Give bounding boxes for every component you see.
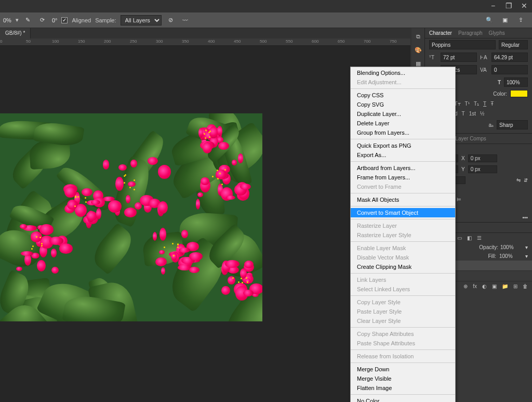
antialias-dropdown[interactable] [497,120,528,129]
pressure-icon[interactable]: 〰 [180,15,191,25]
restore-button[interactable]: ❐ [505,2,512,9]
filter-icon[interactable]: ☰ [477,235,482,241]
ignore-adjustment-icon[interactable]: ⊘ [166,15,176,25]
fx-icon[interactable]: fx [473,283,477,289]
ruler-mark: 550 [286,39,292,44]
menu-item: Disable Vector Mask [351,253,455,262]
link-icon[interactable]: ⊕ [463,283,468,289]
new-layer-icon[interactable]: ⊞ [513,283,517,289]
menu-item[interactable]: Blending Options... [351,68,455,77]
align-icon[interactable]: ⊨ [457,197,461,202]
aa-label: aₐ [488,122,494,128]
share-icon[interactable]: ⇪ [515,15,526,25]
ruler-mark: 150 [78,39,85,44]
angle-value[interactable]: 0° [52,17,58,23]
leading-field[interactable] [491,53,528,62]
ruler-mark: 650 [338,39,344,44]
image-canvas[interactable] [0,113,262,321]
underline-icon[interactable]: T [483,101,486,107]
ot-icon[interactable]: ½ [480,111,484,116]
mask-icon[interactable]: ◐ [482,283,487,289]
y-label: Y [461,166,465,172]
menu-item[interactable]: Delete Layer [351,119,455,128]
menu-item[interactable]: Merge Visible [351,374,455,383]
menu-item[interactable]: Copy CSS [351,90,455,100]
strikethrough-icon[interactable]: Ŧ [490,101,494,107]
filter-icon[interactable]: ▭ [457,235,462,241]
tracking-field[interactable] [491,65,528,74]
adjustment-icon[interactable]: ▣ [492,283,497,289]
tab-glyphs[interactable]: Glyphs [489,30,505,36]
ruler-mark: 100 [52,39,59,44]
panel-strip-icon[interactable]: 🎨 [413,45,423,55]
filter-icon[interactable]: ◧ [467,235,472,241]
menu-item[interactable]: Merge Down [351,365,455,374]
subscript-icon[interactable]: T₁ [474,101,479,107]
ruler-mark: 700 [364,39,370,44]
font-family-dropdown[interactable] [429,40,496,49]
menu-item: Select Linked Layers [351,284,455,294]
close-button[interactable]: ✕ [521,2,528,9]
menu-item: Copy Layer Style [351,297,455,307]
group-icon[interactable]: 📁 [502,283,508,289]
font-style-dropdown[interactable] [499,40,528,49]
tab-character[interactable]: Character [429,30,452,36]
fill-label: Fill: [488,253,496,259]
superscript-icon[interactable]: T¹ [465,101,470,107]
y-value[interactable]: 0 px [468,165,497,173]
more-icon[interactable]: ••• [522,215,528,221]
panel-strip-icon[interactable]: ⧉ [413,31,423,42]
flip-h-icon[interactable]: ⇋ [516,177,521,183]
menu-item[interactable]: Group from Layers... [351,128,455,137]
text-color-swatch[interactable] [510,90,528,97]
ot-icon[interactable]: 1st [469,111,476,116]
menu-item[interactable]: Convert to Smart Object [351,208,455,217]
aligned-checkbox[interactable] [61,17,68,23]
rotate-icon[interactable]: ⟳ [37,15,48,25]
text-percent-field[interactable] [504,77,528,87]
tab-layer-comps[interactable]: Layer Comps [455,136,486,141]
ruler-horizontal: 0501001502002503003504004505005506006507… [0,38,410,46]
zoom-value[interactable]: 0% [3,17,11,23]
canvas-area[interactable] [0,46,410,402]
workspace-icon[interactable]: ▣ [500,15,510,25]
menu-item: Copy Shape Attributes [351,329,455,339]
menu-item[interactable]: Duplicate Layer... [351,109,455,119]
flip-v-icon[interactable]: ⇵ [524,177,528,183]
brush-icon[interactable]: ✎ [23,15,33,25]
chevron-down-icon[interactable]: ▾ [525,244,528,250]
menu-item: Rasterize Layer Style [351,230,455,240]
trash-icon[interactable]: 🗑 [523,283,528,289]
menu-item[interactable]: No Color [351,396,455,402]
chevron-down-icon[interactable]: ▾ [525,253,528,259]
document-tab[interactable]: GB/8#) * [0,28,31,38]
menu-item[interactable]: Copy SVG [351,100,455,109]
menu-item: Release from Isolation [351,352,455,361]
character-panel-tabs: Character Paragraph Glyphs [425,28,532,38]
tracking-icon: VA [480,67,488,73]
ruler-mark: 300 [156,39,163,44]
sample-dropdown[interactable]: All Layers [121,15,162,25]
x-value[interactable]: 0 px [468,154,497,162]
ot-icon[interactable]: T [462,111,465,116]
tab-paragraph[interactable]: Paragraph [458,30,483,36]
font-size-icon: ᵀT [429,55,437,60]
text-percent-icon: T [498,80,501,85]
search-icon[interactable]: 🔍 [484,15,495,25]
menu-item[interactable]: Mask All Objects [351,195,455,204]
x-label: X [461,155,465,161]
menu-item[interactable]: Create Clipping Mask [351,262,455,271]
menu-item[interactable]: Frame from Layers... [351,173,455,182]
font-size-field[interactable] [441,53,477,62]
chevron-down-icon[interactable]: ▾ [16,17,19,23]
menu-item[interactable]: Export As... [351,150,455,160]
menu-item[interactable]: Flatten Image [351,383,455,393]
opacity-value[interactable]: 100% [500,244,523,250]
menu-item[interactable]: Artboard from Layers... [351,163,455,173]
layer-context-menu[interactable]: Blending Options...Edit Adjustment...Cop… [350,67,456,402]
opacity-label: Opacity: [479,244,498,250]
minimize-button[interactable]: − [489,2,497,9]
menu-item[interactable]: Quick Export as PNG [351,141,455,150]
color-label: Color: [493,91,507,97]
fill-value[interactable]: 100% [499,253,522,259]
